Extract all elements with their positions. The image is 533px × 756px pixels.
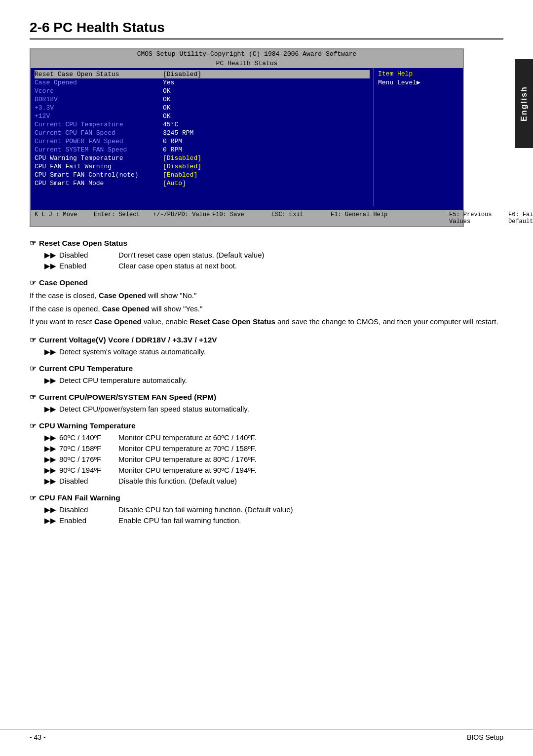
bios-row: Reset Case Open Status[Disabled] (35, 70, 370, 78)
section-title-reset-case: ☞ Reset Case Open Status (30, 239, 503, 248)
cursor-icon: ☞ (30, 278, 36, 287)
bios-row: CPU Warning Temperature[Disabled] (35, 154, 370, 162)
bios-row: Case OpenedYes (35, 78, 370, 87)
bullet-desc: Detect CPU temperature automatically. (59, 376, 187, 385)
cursor-icon: ☞ (30, 364, 36, 373)
bullet-label: Disabled (59, 505, 118, 514)
bullet-desc: Monitor CPU temperature at 60ºC / 140ºF. (118, 433, 256, 442)
bullet-arrow-icon: ▶▶ (44, 455, 56, 464)
bios-footer-spacer (31, 206, 463, 210)
bios-row: CPU Smart FAN Control(note)[Enabled] (35, 171, 370, 179)
para-text: If the case is opened, Case Opened will … (30, 303, 503, 315)
bullet-item: ▶▶Detect CPU/power/system fan speed stat… (30, 405, 503, 414)
bullet-desc: Disable CPU fan fail warning function. (… (118, 505, 293, 514)
section-title-cpu-temp: ☞ Current CPU Temperature (30, 364, 503, 373)
bullet-label: Disabled (59, 251, 118, 260)
bios-footer-row: F5: Previous ValuesF6: Fail-Safe Default… (390, 211, 533, 225)
section-title-fan-speed: ☞ Current CPU/POWER/SYSTEM FAN Speed (RP… (30, 393, 503, 402)
cursor-icon: ☞ (30, 239, 36, 248)
bios-row: +12VOK (35, 112, 370, 120)
section-title-current-voltage: ☞ Current Voltage(V) Vcore / DDR18V / +3… (30, 336, 503, 344)
bullet-label: 80ºC / 176ºF (59, 455, 118, 464)
bullet-item: ▶▶DisabledDisable CPU fan fail warning f… (30, 505, 503, 514)
bios-screen: CMOS Setup Utility-Copyright (C) 1984-20… (30, 48, 464, 227)
bios-row: +3.3VOK (35, 104, 370, 112)
section-case-opened: ☞ Case OpenedIf the case is closed, Case… (30, 278, 503, 328)
bullet-arrow-icon: ▶▶ (44, 444, 56, 453)
bullet-label: 90ºC / 194ºF (59, 466, 118, 475)
bullet-item: ▶▶70ºC / 158ºFMonitor CPU temperature at… (30, 444, 503, 453)
bios-help-title: Item Help (378, 70, 459, 77)
bios-row: Current POWER FAN Speed0 RPM (35, 137, 370, 146)
bullet-desc: Clear case open status at next boot. (118, 262, 237, 270)
cursor-icon: ☞ (30, 336, 36, 344)
bullet-item: ▶▶DisabledDisable this function. (Defaul… (30, 477, 503, 486)
bullet-arrow-icon: ▶▶ (44, 376, 56, 385)
section-current-voltage: ☞ Current Voltage(V) Vcore / DDR18V / +3… (30, 336, 503, 356)
cursor-icon: ☞ (30, 421, 36, 430)
section-title-cpu-warning-temp: ☞ CPU Warning Temperature (30, 421, 503, 430)
section-reset-case: ☞ Reset Case Open Status▶▶DisabledDon't … (30, 239, 503, 270)
section-cpu-temp: ☞ Current CPU Temperature▶▶Detect CPU te… (30, 364, 503, 385)
bullet-desc: Don't reset case open status. (Default v… (118, 251, 265, 260)
bullet-label: Enabled (59, 262, 118, 270)
bios-row: CPU FAN Fail Warning[Disabled] (35, 162, 370, 171)
bios-row: VcoreOK (35, 87, 370, 95)
bullet-arrow-icon: ▶▶ (44, 405, 56, 414)
bullet-arrow-icon: ▶▶ (44, 347, 56, 356)
cursor-icon: ☞ (30, 393, 36, 402)
bullet-item: ▶▶90ºC / 194ºFMonitor CPU temperature at… (30, 466, 503, 475)
bullet-item: ▶▶80ºC / 176ºFMonitor CPU temperature at… (30, 455, 503, 464)
bullet-item: ▶▶DisabledDon't reset case open status. … (30, 251, 503, 260)
bullet-label: 60ºC / 140ºF (59, 433, 118, 442)
footer-page: - 43 - (30, 733, 46, 741)
page-title: 2-6 PC Health Status (30, 20, 503, 39)
bullet-arrow-icon: ▶▶ (44, 251, 56, 260)
para-text: If you want to reset Case Opened value, … (30, 316, 503, 328)
bios-row: Current CPU Temperature45°C (35, 120, 370, 129)
cursor-icon: ☞ (30, 493, 36, 502)
bullet-label: Enabled (59, 516, 118, 525)
bios-row: CPU Smart FAN Mode[Auto] (35, 179, 370, 188)
bullet-arrow-icon: ▶▶ (44, 466, 56, 475)
bios-row: DDR18VOK (35, 95, 370, 104)
bullet-desc: Monitor CPU temperature at 80ºC / 176ºF. (118, 455, 256, 464)
bullet-item: ▶▶Detect CPU temperature automatically. (30, 376, 503, 385)
section-title-cpu-fan-fail: ☞ CPU FAN Fail Warning (30, 493, 503, 502)
bios-row: Current SYSTEM FAN Speed0 RPM (35, 146, 370, 154)
bullet-arrow-icon: ▶▶ (44, 505, 56, 514)
bullet-desc: Detect CPU/power/system fan speed status… (59, 405, 249, 414)
footer-label: BIOS Setup (467, 733, 503, 741)
bullet-desc: Detect system's voltage status automatic… (59, 347, 206, 356)
section-cpu-warning-temp: ☞ CPU Warning Temperature▶▶60ºC / 140ºFM… (30, 421, 503, 486)
bios-help-text: Menu Level▶ (378, 78, 459, 86)
bullet-label: Disabled (59, 477, 118, 486)
section-cpu-fan-fail: ☞ CPU FAN Fail Warning▶▶DisabledDisable … (30, 493, 503, 525)
bullet-item: ▶▶EnabledEnable CPU fan fail warning fun… (30, 516, 503, 525)
bullet-desc: Enable CPU fan fail warning function. (118, 516, 241, 525)
bios-row: Current CPU FAN Speed3245 RPM (35, 129, 370, 137)
bullet-item: ▶▶EnabledClear case open status at next … (30, 262, 503, 270)
section-title-case-opened: ☞ Case Opened (30, 278, 503, 287)
bios-main: Reset Case Open Status[Disabled]Case Ope… (31, 68, 374, 206)
bullet-arrow-icon: ▶▶ (44, 516, 56, 525)
bios-body: Reset Case Open Status[Disabled]Case Ope… (31, 68, 463, 206)
bullet-item: ▶▶Detect system's voltage status automat… (30, 347, 503, 356)
bullet-arrow-icon: ▶▶ (44, 262, 56, 270)
bios-item-help: Item Help Menu Level▶ (374, 68, 463, 206)
bullet-arrow-icon: ▶▶ (44, 433, 56, 442)
bullet-item: ▶▶60ºC / 140ºFMonitor CPU temperature at… (30, 433, 503, 442)
bios-header1: CMOS Setup Utility-Copyright (C) 1984-20… (31, 49, 463, 59)
bios-footer-row: K L J ↕ MoveEnter: Select+/-/PU/PD: Valu… (35, 211, 390, 225)
para-text: If the case is closed, Case Opened will … (30, 290, 503, 302)
sections-container: ☞ Reset Case Open Status▶▶DisabledDon't … (30, 239, 503, 525)
bios-footer: K L J ↕ MoveEnter: Select+/-/PU/PD: Valu… (31, 210, 463, 226)
page-footer: - 43 - BIOS Setup (0, 729, 533, 741)
page-container: English 2-6 PC Health Status CMOS Setup … (0, 0, 533, 756)
english-tab: English (515, 59, 533, 148)
section-fan-speed: ☞ Current CPU/POWER/SYSTEM FAN Speed (RP… (30, 393, 503, 414)
bios-header2: PC Health Status (31, 59, 463, 68)
bullet-desc: Monitor CPU temperature at 90ºC / 194ºF. (118, 466, 256, 475)
bullet-desc: Disable this function. (Default value) (118, 477, 237, 486)
bullet-desc: Monitor CPU temperature at 70ºC / 158ºF. (118, 444, 256, 453)
